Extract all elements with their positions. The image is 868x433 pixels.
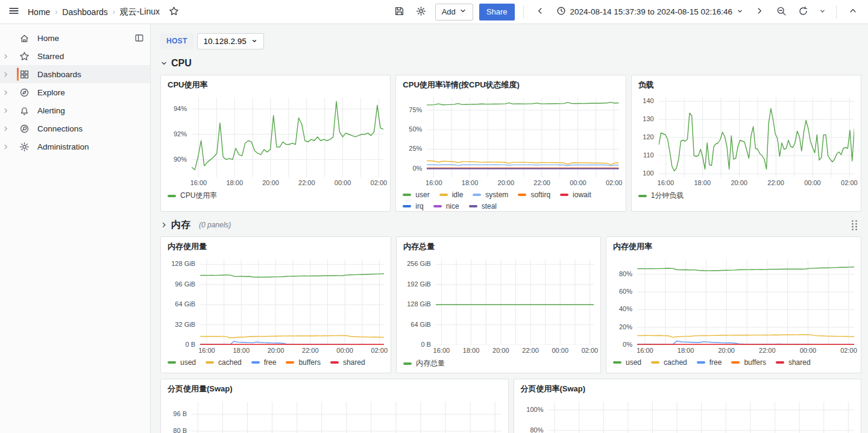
breadcrumb-dashboard-name[interactable]: 观云-Linux: [120, 7, 160, 17]
legend-series-color: [613, 361, 621, 364]
plot-canvas[interactable]: [549, 402, 855, 433]
sidebar-item-connections[interactable]: Connections: [0, 119, 150, 137]
plot-canvas[interactable]: [637, 259, 854, 345]
legend-item[interactable]: idle: [439, 191, 464, 199]
legend-series-color: [403, 362, 412, 365]
legend-item[interactable]: steal: [469, 202, 497, 210]
legend-item[interactable]: nice: [433, 202, 459, 210]
legend-item[interactable]: cached: [651, 358, 687, 367]
sidebar-item-explore[interactable]: Explore: [0, 83, 150, 101]
dashboard-settings-button[interactable]: [414, 4, 429, 20]
chevron-right-icon[interactable]: [2, 89, 11, 96]
legend-item[interactable]: used: [168, 358, 196, 367]
legend-item[interactable]: shared: [776, 358, 811, 367]
legend-item[interactable]: CPU使用率: [168, 191, 217, 201]
share-button[interactable]: Share: [479, 4, 515, 21]
plot-canvas[interactable]: [192, 402, 502, 433]
panel-title[interactable]: 内存使用量: [168, 241, 384, 252]
chart-mem-total[interactable]: 0 B64 GiB128 GiB192 GiB256 GiB16:0018:00…: [403, 259, 594, 368]
plot-canvas[interactable]: [659, 98, 854, 177]
legend-series-color: [731, 361, 740, 364]
row-header-memory[interactable]: 内存 (0 panels): [160, 217, 861, 233]
x-axis-tick: 00:00: [804, 179, 821, 186]
legend-item[interactable]: iowait: [560, 191, 591, 199]
favorite-button[interactable]: [166, 4, 181, 20]
legend-item[interactable]: free: [251, 358, 277, 367]
sidebar-item-alerting[interactable]: Alerting: [0, 101, 150, 119]
sidebar-item-starred[interactable]: Starred: [0, 47, 150, 65]
chevron-right-icon[interactable]: [2, 107, 11, 114]
legend-item[interactable]: used: [613, 358, 641, 367]
legend-item[interactable]: buffers: [731, 358, 766, 367]
refresh-interval-dropdown[interactable]: [817, 4, 828, 20]
legend-item[interactable]: 内存总量: [403, 358, 445, 368]
row-drag-handle-icon[interactable]: [851, 220, 858, 233]
panel-cpu-usage: CPU使用率 90%92%94%16:0018:0020:0022:0000:0…: [160, 75, 391, 212]
x-axis-tick: 00:00: [335, 179, 351, 186]
panel-title[interactable]: 分页使用率(Swap): [521, 384, 855, 394]
menu-toggle-button[interactable]: [6, 4, 22, 20]
legend-series-color: [518, 194, 526, 196]
legend-item[interactable]: free: [697, 358, 722, 367]
panel-load: 负载 10011012013014016:0018:0020:0022:0000…: [631, 75, 861, 212]
panel-title[interactable]: 负载: [638, 80, 854, 90]
legend-item[interactable]: irq: [403, 202, 423, 210]
breadcrumb-home[interactable]: Home: [28, 7, 50, 17]
panel-title[interactable]: 分页使用量(Swap): [168, 384, 502, 394]
plot-canvas[interactable]: [192, 98, 383, 177]
add-button-label: Add: [442, 7, 456, 16]
plot-canvas[interactable]: [200, 259, 384, 345]
grafana-app: Home › Dashboards › 观云-Linux: [0, 0, 868, 433]
panel-title[interactable]: 内存使用率: [613, 241, 854, 252]
time-range-picker[interactable]: 2024-08-14 15:37:39 to 2024-08-15 02:16:…: [554, 6, 746, 17]
chevron-up-icon: [849, 7, 857, 17]
refresh-button[interactable]: [795, 4, 811, 20]
time-shift-forward-button[interactable]: [752, 4, 767, 20]
chevron-right-icon[interactable]: [2, 71, 11, 78]
x-axis-tick: 02:00: [371, 179, 388, 186]
save-dashboard-button[interactable]: [392, 4, 407, 20]
legend-item[interactable]: buffers: [286, 358, 320, 367]
chart-load[interactable]: 10011012013014016:0018:0020:0022:0000:00…: [638, 98, 854, 201]
time-shift-back-button[interactable]: [532, 4, 548, 20]
sidebar-item-administration[interactable]: Administration: [0, 137, 150, 156]
legend-item[interactable]: 1分钟负载: [638, 191, 684, 201]
chart-swap-usage[interactable]: 96 B80 B: [168, 402, 502, 433]
dock-sidebar-icon[interactable]: [134, 33, 144, 43]
y-axis: 90%92%94%: [168, 98, 192, 177]
sidebar-item-home[interactable]: Home: [0, 29, 150, 47]
x-axis-tick: 18:00: [463, 347, 480, 354]
chevron-right-icon[interactable]: [2, 125, 11, 132]
legend-item[interactable]: shared: [330, 358, 365, 367]
legend-series-label: buffers: [298, 358, 320, 367]
breadcrumb-dashboards[interactable]: Dashboards: [62, 7, 108, 17]
zoom-out-time-button[interactable]: [773, 4, 789, 20]
host-variable-select[interactable]: 10.128.2.95: [197, 33, 264, 49]
legend-item[interactable]: softirq: [518, 191, 550, 199]
chart-mem-pct[interactable]: 0%20%40%60%80%16:0018:0020:0022:0000:000…: [613, 259, 854, 367]
y-axis-tick: 94%: [174, 105, 187, 112]
chevron-right-icon[interactable]: [2, 53, 11, 60]
panel-title[interactable]: 内存总量: [403, 241, 594, 252]
legend-series-label: used: [626, 358, 641, 367]
panel-title[interactable]: CPU使用率: [168, 80, 383, 90]
chart-cpu-detail[interactable]: 0%25%50%75%16:0018:0020:0022:0000:0002:0…: [403, 98, 618, 210]
legend-item[interactable]: user: [403, 191, 429, 199]
save-icon: [394, 6, 404, 18]
chart-mem-usage[interactable]: 0 B32 GiB64 GiB96 GiB128 GiB16:0018:0020…: [168, 259, 384, 367]
panel-title[interactable]: CPU使用率详情(按CPU状态维度): [403, 80, 618, 90]
collapse-topbar-button[interactable]: [845, 4, 861, 20]
legend-item[interactable]: system: [473, 191, 508, 199]
row-header-cpu[interactable]: CPU: [160, 55, 861, 71]
plot-canvas[interactable]: [436, 259, 594, 345]
sidebar-item-dashboards[interactable]: Dashboards: [0, 65, 150, 83]
add-button[interactable]: Add: [435, 4, 473, 21]
x-axis-tick: 02:00: [582, 347, 599, 354]
clock-icon: [556, 6, 566, 17]
legend-item[interactable]: cached: [206, 358, 242, 367]
plot-canvas[interactable]: [427, 98, 618, 177]
chevron-right-icon[interactable]: [2, 144, 11, 150]
legend-series-color: [776, 361, 784, 364]
chart-swap-pct[interactable]: 100%80%: [521, 402, 855, 433]
chart-cpu-usage[interactable]: 90%92%94%16:0018:0020:0022:0000:0002:00C…: [168, 98, 383, 201]
